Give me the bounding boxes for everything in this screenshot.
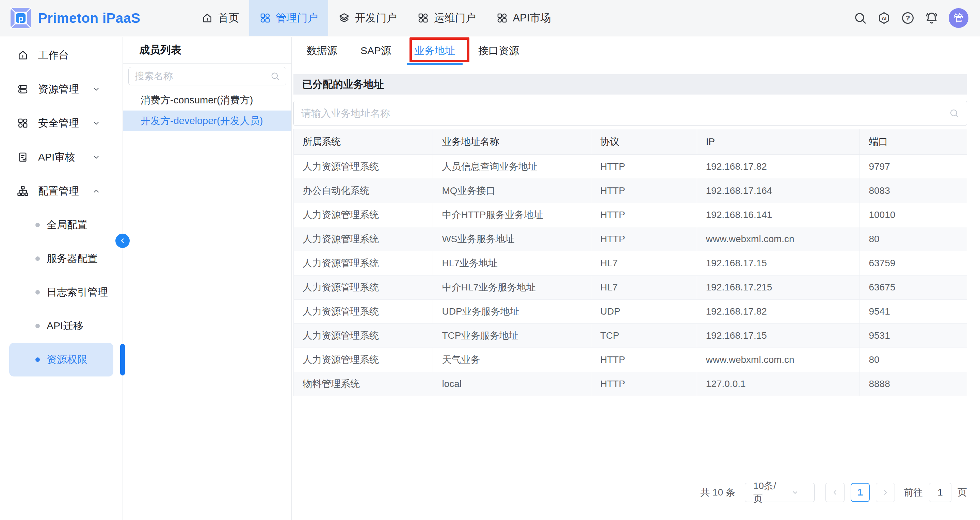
bullet-dot-icon [35, 257, 40, 261]
table-cell: 人力资源管理系统 [294, 203, 433, 227]
bullet-dot-icon [35, 357, 40, 362]
table-header-row: 所属系统业务地址名称协议IP端口 [294, 129, 967, 155]
tab-api-resource[interactable]: 接口资源 [471, 37, 527, 65]
svg-text:?: ? [906, 14, 910, 22]
table-row: 人力资源管理系统WS业务服务地址HTTPwww.webxml.com.cn80 [294, 227, 967, 251]
sidebar-item-label: 配置管理 [38, 184, 79, 198]
tab-sap-source[interactable]: SAP源 [353, 37, 399, 65]
table-cell: 天气业务 [433, 348, 591, 372]
bell-icon[interactable] [925, 11, 939, 25]
table-row: 人力资源管理系统人员信息查询业务地址HTTP192.168.17.829797 [294, 155, 967, 179]
table-cell: 人力资源管理系统 [294, 155, 433, 179]
jump-page-input[interactable] [929, 483, 951, 502]
chevron-up-icon [92, 187, 101, 195]
brand[interactable]: p Primeton iPaaS [0, 8, 140, 29]
sidebar-item-config-management[interactable]: 配置管理 [0, 174, 123, 208]
table-cell: TCP [591, 324, 697, 348]
main-content: 数据源SAP源业务地址接口资源 已分配的业务地址 所属系统业务地址名称协议IP端… [292, 37, 980, 520]
sidebar-subitem-log-index-management[interactable]: 日志索引管理 [9, 276, 113, 309]
table-cell: 192.168.17.15 [697, 251, 860, 276]
member-item-consumer[interactable]: 消费方-consumer(消费方) [123, 90, 291, 111]
sidebar-subitem-label: API迁移 [47, 319, 83, 333]
table-cell: 人力资源管理系统 [294, 300, 433, 324]
nav-item-admin-portal[interactable]: 管理门户 [249, 0, 328, 36]
sidebar-subitem-label: 全局配置 [47, 218, 88, 232]
sidebar-subitem-global-config[interactable]: 全局配置 [9, 208, 113, 242]
sidebar-subitem-label: 服务器配置 [47, 252, 98, 266]
ai-assistant-icon[interactable]: AI [877, 11, 891, 25]
business-address-table: 所属系统业务地址名称协议IP端口 人力资源管理系统人员信息查询业务地址HTTP1… [293, 129, 967, 396]
sidebar-subitem-resource-permission[interactable]: 资源权限 [9, 343, 113, 376]
nav-item-dev-portal[interactable]: 开发门户 [328, 0, 407, 36]
layers-icon [338, 12, 350, 24]
member-search-input[interactable] [135, 71, 270, 82]
table-cell: HTTP [591, 179, 697, 203]
table-cell: HTTP [591, 372, 697, 396]
avatar[interactable]: 管 [949, 8, 969, 28]
doc-check-icon [17, 151, 29, 163]
nav-item-ops-portal[interactable]: 运维门户 [407, 0, 486, 36]
page-1-button[interactable]: 1 [851, 483, 870, 502]
chevron-down-icon [781, 488, 809, 496]
nav-item-api-market[interactable]: API市场 [486, 0, 561, 36]
table-cell: 9541 [860, 300, 967, 324]
sidebar-subitem-server-config[interactable]: 服务器配置 [9, 242, 113, 276]
address-search-input[interactable] [301, 108, 949, 119]
table-cell: 192.168.17.215 [697, 276, 860, 300]
sidebar: 工作台资源管理安全管理API审核配置管理全局配置服务器配置日志索引管理API迁移… [0, 37, 123, 520]
top-navbar: p Primeton iPaaS 首页管理门户开发门户运维门户API市场 AI … [0, 0, 980, 36]
sidebar-item-label: 资源管理 [38, 82, 79, 96]
page-layout: 工作台资源管理安全管理API审核配置管理全局配置服务器配置日志索引管理API迁移… [0, 37, 980, 520]
tab-business-address[interactable]: 业务地址 [407, 37, 463, 65]
table-row: 人力资源管理系统HL7业务地址HL7192.168.17.1563759 [294, 251, 967, 276]
sidebar-item-security-management[interactable]: 安全管理 [0, 106, 123, 140]
sidebar-collapse-button[interactable] [115, 234, 130, 248]
svg-text:AI: AI [881, 16, 886, 21]
sidebar-menu: 工作台资源管理安全管理API审核配置管理全局配置服务器配置日志索引管理API迁移… [0, 38, 123, 376]
table-cell: 人力资源管理系统 [294, 276, 433, 300]
table-cell: 80 [860, 227, 967, 251]
table-cell: UDP业务服务地址 [433, 300, 591, 324]
member-item-developer[interactable]: 开发方-developer(开发人员) [123, 111, 291, 131]
table-cell: 9531 [860, 324, 967, 348]
table-row: 人力资源管理系统天气业务HTTPwww.webxml.com.cn80 [294, 348, 967, 372]
sidebar-item-resource-management[interactable]: 资源管理 [0, 72, 123, 106]
nav-item-home[interactable]: 首页 [191, 0, 249, 36]
home-icon [17, 49, 29, 61]
sidebar-item-api-review[interactable]: API审核 [0, 140, 123, 174]
search-icon[interactable] [270, 71, 280, 81]
sidebar-subitem-api-migration[interactable]: API迁移 [9, 309, 113, 343]
jump-prefix: 前往 [904, 486, 923, 499]
column-header: 所属系统 [294, 129, 433, 155]
sidebar-item-label: 工作台 [38, 48, 69, 62]
table-cell: www.webxml.com.cn [697, 227, 860, 251]
table-body: 人力资源管理系统人员信息查询业务地址HTTP192.168.17.829797办… [294, 155, 967, 396]
sidebar-item-label: 安全管理 [38, 116, 79, 130]
nav-item-label: API市场 [513, 11, 551, 25]
next-page-button[interactable] [876, 483, 895, 502]
tab-datasource[interactable]: 数据源 [299, 37, 345, 65]
table-row: 人力资源管理系统TCP业务服务地址TCP192.168.17.159531 [294, 324, 967, 348]
member-list: 消费方-consumer(消费方)开发方-developer(开发人员) [123, 90, 291, 131]
pagination-total: 共 10 条 [700, 486, 735, 499]
table-cell: MQ业务接口 [433, 179, 591, 203]
table-cell: HL7业务地址 [433, 251, 591, 276]
chevron-left-icon [831, 488, 839, 496]
table-row: 人力资源管理系统中介HL7业务服务地址HL7192.168.17.2156367… [294, 276, 967, 300]
table-row: 办公自动化系统MQ业务接口HTTP192.168.17.1648083 [294, 179, 967, 203]
nav-item-label: 开发门户 [355, 11, 397, 25]
table-cell: 人力资源管理系统 [294, 324, 433, 348]
sidebar-item-workbench[interactable]: 工作台 [0, 38, 123, 72]
search-icon[interactable] [853, 11, 867, 25]
bullet-dot-icon [35, 324, 40, 328]
search-icon[interactable] [949, 108, 959, 118]
page-size-select[interactable]: 10条/页 [745, 483, 815, 502]
nav-item-label: 管理门户 [276, 11, 318, 25]
prev-page-button[interactable] [826, 483, 845, 502]
address-search-box [293, 101, 967, 126]
table-cell: 办公自动化系统 [294, 179, 433, 203]
help-icon[interactable]: ? [901, 11, 915, 25]
chevron-down-icon [92, 85, 101, 94]
table-row: 人力资源管理系统UDP业务服务地址UDP192.168.17.829541 [294, 300, 967, 324]
active-indicator-bar [120, 344, 125, 376]
